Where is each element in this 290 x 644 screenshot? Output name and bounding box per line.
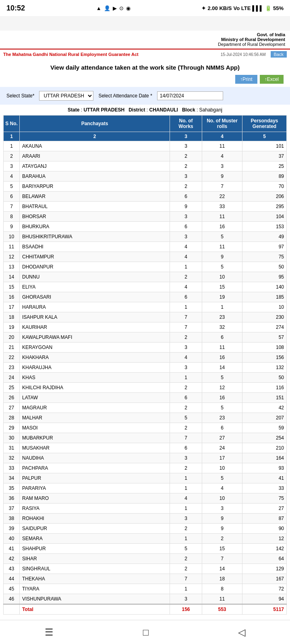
- table-cell: PALPUR: [20, 473, 170, 483]
- table-cell: 210: [242, 443, 287, 453]
- table-row: 6BELAWAR622206: [4, 192, 287, 202]
- status-time: 10:52: [6, 4, 25, 12]
- table-cell: MAGRAUR: [20, 403, 170, 413]
- th-num-5: 5: [242, 132, 287, 141]
- state-select[interactable]: UTTAR PRADESH: [39, 91, 93, 101]
- table-cell: 16: [202, 222, 242, 232]
- table-cell: 32: [4, 453, 20, 463]
- table-body: 1AKAUNA3111012ARAARI24373ATAYGANJ23254BA…: [4, 141, 287, 615]
- table-cell: 38: [4, 514, 20, 524]
- table-cell: 90: [242, 524, 287, 534]
- table-cell: 50: [242, 373, 287, 383]
- status-icons: ▲ 👤 ▶ ⊙ ◉: [96, 5, 130, 11]
- table-cell: 3: [170, 594, 202, 605]
- table-row: 28MALHAR523207: [4, 413, 287, 423]
- back-button[interactable]: Back: [271, 51, 287, 58]
- table-row: 31MUSAKHAR624210: [4, 443, 287, 453]
- print-button[interactable]: ↑Print: [235, 75, 257, 84]
- table-row: 5BARIYARPUR2770: [4, 182, 287, 192]
- date-input[interactable]: [157, 91, 223, 100]
- table-cell: 2: [4, 151, 20, 161]
- table-cell: SEMARA: [20, 534, 170, 544]
- back-nav-icon[interactable]: ◁: [238, 627, 245, 638]
- table-cell: 97: [242, 242, 287, 252]
- table-cell: 95: [242, 272, 287, 282]
- table-row: 37RASIYA1327: [4, 504, 287, 514]
- table-cell: 230: [242, 312, 287, 322]
- table-cell: 27: [4, 403, 20, 413]
- table-row: 2ARAARI2437: [4, 151, 287, 161]
- table-row: 4BARAHUA3989: [4, 171, 287, 182]
- table-row: 11BSAADHI41197: [4, 242, 287, 252]
- th-num-1: 1: [4, 132, 20, 141]
- table-cell: 2: [170, 383, 202, 393]
- table-cell: 37: [4, 504, 20, 514]
- table-cell: 5: [202, 373, 242, 383]
- table-cell: 42: [4, 554, 20, 564]
- state-label-info: State: [68, 107, 79, 113]
- table-cell: MALHAR: [20, 413, 170, 423]
- table-cell: 28: [4, 413, 20, 423]
- table-cell: BELAWAR: [20, 192, 170, 202]
- table-row: 15ELIYA415140: [4, 282, 287, 292]
- table-cell: 3: [202, 161, 242, 171]
- table-cell: SINGHRAUL: [20, 564, 170, 574]
- menu-icon[interactable]: ☰: [45, 627, 54, 638]
- table-cell: 64: [242, 554, 287, 564]
- table-cell: DHODANPUR: [20, 262, 170, 272]
- table-cell: 14: [202, 564, 242, 574]
- table-cell: 3: [170, 212, 202, 222]
- table-row: 36RAM MARO41075: [4, 493, 287, 504]
- table-cell: 254: [242, 433, 287, 443]
- table-cell: 5: [202, 403, 242, 413]
- table-cell: 9: [202, 252, 242, 262]
- table-cell: 11: [202, 242, 242, 252]
- table-cell: ROHAKHI: [20, 514, 170, 524]
- youtube-icon: ▶: [113, 5, 117, 11]
- table-cell: SIHAR: [20, 554, 170, 564]
- table-row: 23KHARAUJHA314132: [4, 363, 287, 373]
- table-cell: 26: [4, 393, 20, 403]
- table-cell: 132: [242, 363, 287, 373]
- table-row: 42SIHAR2764: [4, 554, 287, 564]
- table-cell: 164: [242, 453, 287, 463]
- table-cell: GHORASARI: [20, 292, 170, 302]
- table-row: 30MUBARKPUR727254: [4, 433, 287, 443]
- table-cell: 274: [242, 322, 287, 332]
- table-cell: THEKAHA: [20, 574, 170, 584]
- table-row: 25KHILCHI RAJDIHA212116: [4, 383, 287, 393]
- table-cell: 42: [242, 403, 287, 413]
- table-cell: 7: [170, 312, 202, 322]
- table-cell: 10: [202, 463, 242, 473]
- table-cell: SAIDUPUR: [20, 524, 170, 534]
- table-cell: 206: [242, 192, 287, 202]
- table-cell: PARARIYA: [20, 483, 170, 493]
- table-row: 17HARAURA1110: [4, 302, 287, 312]
- table-row: 43SINGHRAUL214129: [4, 564, 287, 574]
- table-cell: 1: [170, 262, 202, 272]
- table-cell: 27: [242, 504, 287, 514]
- table-cell: 104: [242, 212, 287, 222]
- table-cell: 39: [4, 524, 20, 534]
- table-cell: 2: [170, 564, 202, 574]
- table-cell: 2: [170, 272, 202, 282]
- table-cell: 6: [202, 332, 242, 343]
- table-cell: 3: [170, 141, 202, 151]
- table-cell: BHUSHIKRITPURAWA: [20, 232, 170, 242]
- table-cell: 16: [202, 353, 242, 363]
- table-cell: 142: [242, 544, 287, 554]
- table-cell: 41: [242, 473, 287, 483]
- table-cell: 2: [170, 332, 202, 343]
- excel-button[interactable]: ↑Excel: [260, 75, 284, 84]
- table-cell: 3: [170, 171, 202, 182]
- home-icon[interactable]: □: [143, 627, 149, 638]
- timestamp: 15-Jul-2024 10:46:56 AM: [221, 52, 266, 57]
- table-cell: 9: [202, 171, 242, 182]
- table-cell: 185: [242, 292, 287, 302]
- signal-icon: ▲: [96, 5, 102, 11]
- table-cell: BHURKURA: [20, 222, 170, 232]
- total-cell: [4, 604, 20, 615]
- table-cell: BSAADHI: [20, 242, 170, 252]
- filter-bar: Select State* UTTAR PRADESH Select Atten…: [0, 87, 290, 105]
- table-row: 44THEKAHA718167: [4, 574, 287, 584]
